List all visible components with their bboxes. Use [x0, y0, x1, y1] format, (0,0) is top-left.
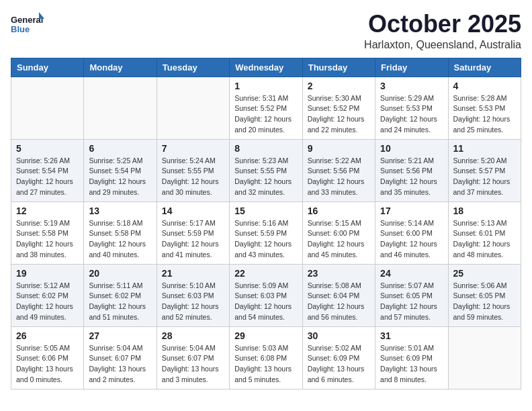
- calendar-cell: [448, 326, 521, 389]
- day-info: Sunrise: 5:01 AMSunset: 6:09 PMDaylight:…: [380, 343, 443, 385]
- day-number: 27: [89, 330, 151, 341]
- day-info: Sunrise: 5:17 AMSunset: 5:59 PMDaylight:…: [162, 218, 224, 261]
- day-number: 6: [89, 143, 151, 154]
- calendar-cell: 23Sunrise: 5:08 AMSunset: 6:04 PMDayligh…: [302, 264, 375, 326]
- weekday-header-saturday: Saturday: [448, 58, 521, 77]
- day-number: 12: [16, 205, 79, 216]
- week-row-4: 19Sunrise: 5:12 AMSunset: 6:02 PMDayligh…: [11, 264, 521, 326]
- calendar-cell: 18Sunrise: 5:13 AMSunset: 6:01 PMDayligh…: [448, 201, 521, 264]
- day-number: 1: [234, 81, 297, 91]
- day-number: 29: [234, 330, 297, 341]
- day-info: Sunrise: 5:11 AMSunset: 6:02 PMDaylight:…: [89, 281, 151, 323]
- calendar-cell: 3Sunrise: 5:29 AMSunset: 5:53 PMDaylight…: [375, 77, 448, 139]
- calendar-cell: 22Sunrise: 5:09 AMSunset: 6:03 PMDayligh…: [230, 264, 302, 326]
- week-row-3: 12Sunrise: 5:19 AMSunset: 5:58 PMDayligh…: [11, 201, 521, 264]
- svg-text:General: General: [11, 15, 43, 25]
- day-info: Sunrise: 5:30 AMSunset: 5:52 PMDaylight:…: [308, 93, 370, 136]
- svg-text:Blue: Blue: [11, 24, 30, 34]
- month-title: October 2025: [364, 11, 521, 38]
- calendar-cell: [157, 77, 229, 139]
- day-info: Sunrise: 5:25 AMSunset: 5:54 PMDaylight:…: [89, 156, 151, 198]
- svg-marker-2: [39, 12, 44, 19]
- day-info: Sunrise: 5:04 AMSunset: 6:07 PMDaylight:…: [162, 343, 224, 385]
- calendar-cell: 19Sunrise: 5:12 AMSunset: 6:02 PMDayligh…: [11, 264, 84, 326]
- calendar-cell: 29Sunrise: 5:03 AMSunset: 6:08 PMDayligh…: [230, 326, 302, 389]
- calendar-cell: 21Sunrise: 5:10 AMSunset: 6:03 PMDayligh…: [157, 264, 229, 326]
- calendar-cell: [84, 77, 157, 139]
- day-number: 24: [380, 268, 443, 279]
- calendar-cell: 25Sunrise: 5:06 AMSunset: 6:05 PMDayligh…: [448, 264, 521, 326]
- day-info: Sunrise: 5:19 AMSunset: 5:58 PMDaylight:…: [16, 218, 79, 261]
- calendar-table: SundayMondayTuesdayWednesdayThursdayFrid…: [11, 58, 521, 390]
- calendar-cell: 6Sunrise: 5:25 AMSunset: 5:54 PMDaylight…: [84, 139, 157, 201]
- day-info: Sunrise: 5:09 AMSunset: 6:03 PMDaylight:…: [234, 281, 297, 323]
- day-number: 20: [89, 268, 151, 279]
- day-number: 16: [308, 205, 370, 216]
- day-info: Sunrise: 5:12 AMSunset: 6:02 PMDaylight:…: [16, 281, 79, 323]
- calendar-cell: 16Sunrise: 5:15 AMSunset: 6:00 PMDayligh…: [302, 201, 375, 264]
- page-header: General Blue October 2025 Harlaxton, Que…: [11, 11, 521, 51]
- location-title: Harlaxton, Queensland, Australia: [364, 39, 521, 51]
- weekday-header-monday: Monday: [84, 58, 157, 77]
- weekday-header-thursday: Thursday: [302, 58, 375, 77]
- day-number: 15: [234, 205, 297, 216]
- calendar-cell: 30Sunrise: 5:02 AMSunset: 6:09 PMDayligh…: [302, 326, 375, 389]
- calendar-cell: 28Sunrise: 5:04 AMSunset: 6:07 PMDayligh…: [157, 326, 229, 389]
- day-number: 11: [453, 143, 516, 154]
- day-number: 26: [16, 330, 79, 341]
- calendar-cell: 1Sunrise: 5:31 AMSunset: 5:52 PMDaylight…: [230, 77, 302, 139]
- day-info: Sunrise: 5:18 AMSunset: 5:58 PMDaylight:…: [89, 218, 151, 261]
- weekday-header-tuesday: Tuesday: [157, 58, 229, 77]
- weekday-header-friday: Friday: [375, 58, 448, 77]
- day-info: Sunrise: 5:05 AMSunset: 6:06 PMDaylight:…: [16, 343, 79, 385]
- day-number: 13: [89, 205, 151, 216]
- day-number: 4: [453, 81, 516, 91]
- calendar-cell: 2Sunrise: 5:30 AMSunset: 5:52 PMDaylight…: [302, 77, 375, 139]
- day-number: 17: [380, 205, 443, 216]
- day-info: Sunrise: 5:20 AMSunset: 5:57 PMDaylight:…: [453, 156, 516, 198]
- day-number: 7: [162, 143, 224, 154]
- day-number: 22: [234, 268, 297, 279]
- calendar-cell: 4Sunrise: 5:28 AMSunset: 5:53 PMDaylight…: [448, 77, 521, 139]
- calendar-cell: 20Sunrise: 5:11 AMSunset: 6:02 PMDayligh…: [84, 264, 157, 326]
- day-info: Sunrise: 5:26 AMSunset: 5:54 PMDaylight:…: [16, 156, 79, 198]
- day-info: Sunrise: 5:02 AMSunset: 6:09 PMDaylight:…: [308, 343, 370, 385]
- calendar-cell: 17Sunrise: 5:14 AMSunset: 6:00 PMDayligh…: [375, 201, 448, 264]
- day-number: 28: [162, 330, 224, 341]
- day-number: 18: [453, 205, 516, 216]
- day-number: 5: [16, 143, 79, 154]
- day-info: Sunrise: 5:29 AMSunset: 5:53 PMDaylight:…: [380, 93, 443, 136]
- day-info: Sunrise: 5:24 AMSunset: 5:55 PMDaylight:…: [162, 156, 224, 198]
- calendar-cell: 5Sunrise: 5:26 AMSunset: 5:54 PMDaylight…: [11, 139, 84, 201]
- day-info: Sunrise: 5:04 AMSunset: 6:07 PMDaylight:…: [89, 343, 151, 385]
- calendar-cell: 9Sunrise: 5:22 AMSunset: 5:56 PMDaylight…: [302, 139, 375, 201]
- title-area: October 2025 Harlaxton, Queensland, Aust…: [364, 11, 521, 51]
- day-info: Sunrise: 5:15 AMSunset: 6:00 PMDaylight:…: [308, 218, 370, 261]
- day-info: Sunrise: 5:23 AMSunset: 5:55 PMDaylight:…: [234, 156, 297, 198]
- day-number: 9: [308, 143, 370, 154]
- day-number: 3: [380, 81, 443, 91]
- day-info: Sunrise: 5:14 AMSunset: 6:00 PMDaylight:…: [380, 218, 443, 261]
- calendar-cell: 12Sunrise: 5:19 AMSunset: 5:58 PMDayligh…: [11, 201, 84, 264]
- calendar-cell: 15Sunrise: 5:16 AMSunset: 5:59 PMDayligh…: [230, 201, 302, 264]
- week-row-5: 26Sunrise: 5:05 AMSunset: 6:06 PMDayligh…: [11, 326, 521, 389]
- day-number: 25: [453, 268, 516, 279]
- calendar-cell: 13Sunrise: 5:18 AMSunset: 5:58 PMDayligh…: [84, 201, 157, 264]
- calendar-cell: 26Sunrise: 5:05 AMSunset: 6:06 PMDayligh…: [11, 326, 84, 389]
- day-info: Sunrise: 5:10 AMSunset: 6:03 PMDaylight:…: [162, 281, 224, 323]
- day-number: 2: [308, 81, 370, 91]
- day-number: 8: [234, 143, 297, 154]
- day-info: Sunrise: 5:08 AMSunset: 6:04 PMDaylight:…: [308, 281, 370, 323]
- day-number: 31: [380, 330, 443, 341]
- weekday-header-row: SundayMondayTuesdayWednesdayThursdayFrid…: [11, 58, 521, 77]
- weekday-header-sunday: Sunday: [11, 58, 84, 77]
- logo: General Blue: [11, 11, 44, 40]
- week-row-2: 5Sunrise: 5:26 AMSunset: 5:54 PMDaylight…: [11, 139, 521, 201]
- day-info: Sunrise: 5:28 AMSunset: 5:53 PMDaylight:…: [453, 93, 516, 136]
- week-row-1: 1Sunrise: 5:31 AMSunset: 5:52 PMDaylight…: [11, 77, 521, 139]
- calendar-cell: [11, 77, 84, 139]
- day-number: 19: [16, 268, 79, 279]
- day-info: Sunrise: 5:22 AMSunset: 5:56 PMDaylight:…: [308, 156, 370, 198]
- day-number: 23: [308, 268, 370, 279]
- day-info: Sunrise: 5:07 AMSunset: 6:05 PMDaylight:…: [380, 281, 443, 323]
